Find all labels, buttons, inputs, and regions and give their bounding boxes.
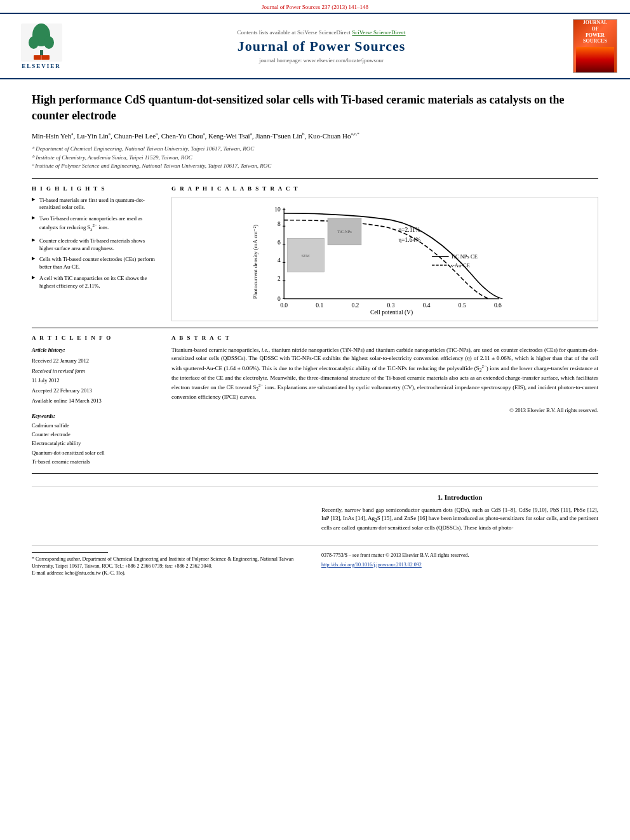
svg-text:0.2: 0.2	[351, 302, 359, 309]
affiliations: ᵃ Department of Chemical Engineering, Na…	[32, 145, 598, 171]
svg-text:TiC NPs CE: TiC NPs CE	[451, 253, 478, 260]
history-received: Received 22 January 2012	[32, 357, 159, 366]
article-info-label: A R T I C L E I N F O	[32, 335, 159, 341]
abstract-column: A B S T R A C T Titanium-based ceramic n…	[171, 335, 598, 467]
svg-text:0.6: 0.6	[494, 302, 502, 309]
highlights-column: H I G H L I G H T S Ti-based materials a…	[32, 185, 159, 321]
svg-rect-5	[34, 55, 50, 60]
affiliation-a: ᵃ Department of Chemical Engineering, Na…	[32, 145, 598, 154]
svg-text:8: 8	[278, 221, 281, 227]
footer-issn: 0378-7753/$ – see front matter © 2013 El…	[321, 552, 598, 558]
history-accepted: Accepted 22 February 2013	[32, 387, 159, 396]
svg-text:0.3: 0.3	[387, 302, 395, 309]
history-revised-date: 11 July 2012	[32, 377, 159, 385]
highlight-item: Cells with Ti-based counter electrodes (…	[32, 256, 159, 271]
divider-1	[32, 178, 598, 179]
svg-text:0: 0	[278, 295, 281, 302]
footer-area: * Corresponding author. Department of Ch…	[32, 545, 598, 577]
article-title: High performance CdS quantum-dot-sensiti…	[32, 92, 598, 124]
keywords-section: Keywords: Cadmium sulfide Counter electr…	[32, 411, 159, 467]
highlights-list: Ti-based materials are first used in qua…	[32, 197, 159, 290]
affiliation-b: ᵇ Institute of Chemistry, Academia Sinic…	[32, 154, 598, 163]
svg-text:η=2.11%: η=2.11%	[398, 226, 420, 232]
history-available: Available online 14 March 2013	[32, 397, 159, 406]
abstract-text: Titanium-based ceramic nanoparticles, i.…	[171, 346, 598, 402]
journal-citation: Journal of Power Sources 237 (2013) 141–…	[262, 4, 368, 10]
svg-text:6: 6	[278, 239, 281, 245]
graphical-abstract-column: G R A P H I C A L A B S T R A C T 0 2 4 …	[171, 185, 598, 321]
journal-title: Journal of Power Sources	[70, 38, 573, 55]
svg-point-4	[44, 36, 54, 49]
svg-text:Cell potential (V): Cell potential (V)	[370, 309, 413, 315]
email-note: E-mail address: kcho@ntu.edu.tw (K.-C. H…	[32, 570, 309, 577]
abstract-label: A B S T R A C T	[171, 335, 598, 341]
intro-columns: 1. Introduction Recently, narrow band ga…	[32, 493, 598, 533]
jv-curve-chart: 0 2 4 6 8 10 0.0 0.1 0.2 0.3	[176, 201, 594, 316]
main-content: High performance CdS quantum-dot-sensiti…	[0, 79, 630, 583]
graphical-abstract-container: 0 2 4 6 8 10 0.0 0.1 0.2 0.3	[171, 197, 598, 321]
journal-header: ELSEVIER Contents lists available at Sci…	[0, 14, 630, 79]
keyword-qdssc: Quantum-dot-sensitized solar cell	[32, 448, 159, 457]
svg-text:SEM: SEM	[302, 253, 310, 257]
svg-text:TiC-NPs: TiC-NPs	[337, 229, 352, 233]
intro-title: 1. Introduction	[321, 493, 598, 501]
svg-text:Photocurrent density (mA cm⁻²): Photocurrent density (mA cm⁻²)	[252, 224, 258, 298]
svg-text:4: 4	[278, 257, 281, 263]
article-info-abstract-row: A R T I C L E I N F O Article history: R…	[32, 335, 598, 467]
svg-point-3	[29, 36, 39, 49]
svg-text:0.5: 0.5	[459, 302, 466, 309]
affiliation-c: ᶜ Institute of Polymer Science and Engin…	[32, 162, 598, 171]
highlight-item: Counter electrode with Ti-based material…	[32, 237, 159, 253]
highlights-label: H I G H L I G H T S	[32, 185, 159, 192]
history-revised-label: Received in revised form	[32, 367, 159, 376]
divider-2	[32, 328, 598, 328]
elsevier-tree-icon	[21, 23, 62, 62]
article-history: Article history: Received 22 January 201…	[32, 346, 159, 406]
copyright-line: © 2013 Elsevier B.V. All rights reserved…	[171, 407, 598, 413]
journal-homepage: journal homepage: www.elsevier.com/locat…	[70, 57, 573, 63]
introduction-section: 1. Introduction Recently, narrow band ga…	[32, 486, 598, 533]
history-label: Article history:	[32, 346, 159, 355]
divider-3	[32, 473, 598, 474]
keyword-counter: Counter electrode	[32, 430, 159, 439]
graphical-abstract-label: G R A P H I C A L A B S T R A C T	[171, 185, 598, 192]
highlights-graphical-row: H I G H L I G H T S Ti-based materials a…	[32, 185, 598, 321]
svg-text:0.1: 0.1	[316, 302, 323, 309]
article-info-column: A R T I C L E I N F O Article history: R…	[32, 335, 159, 467]
highlight-item: Two Ti-based ceramic nanoparticles are u…	[32, 215, 159, 233]
footer-doi: http://dx.doi.org/10.1016/j.jpowsour.201…	[321, 562, 598, 568]
corresponding-note: * Corresponding author. Department of Ch…	[32, 556, 309, 570]
highlight-item: Ti-based materials are first used in qua…	[32, 197, 159, 212]
elsevier-label: ELSEVIER	[22, 63, 61, 69]
svg-text:0.4: 0.4	[423, 302, 431, 309]
intro-left-col	[32, 493, 309, 533]
journal-citation-bar: Journal of Power Sources 237 (2013) 141–…	[0, 0, 630, 14]
svg-text:0.0: 0.0	[280, 302, 288, 309]
svg-text:s-Au-CE: s-Au-CE	[451, 262, 470, 268]
journal-header-center: Contents lists available at SciVerse Sci…	[70, 29, 573, 63]
intro-text: Recently, narrow band gap semiconductor …	[321, 506, 598, 533]
footer-left: * Corresponding author. Department of Ch…	[32, 552, 309, 577]
keywords-label: Keywords:	[32, 413, 55, 419]
svg-text:η=1.64%: η=1.64%	[398, 236, 420, 243]
elsevier-logo: ELSEVIER	[13, 23, 70, 69]
svg-text:2: 2	[278, 275, 281, 281]
keyword-electro: Electrocatalytic ability	[32, 439, 159, 448]
footer-right: 0378-7753/$ – see front matter © 2013 El…	[321, 552, 598, 577]
sciverse-line: Contents lists available at SciVerse Sci…	[70, 29, 573, 36]
journal-cover-image: JOURNALOFPOWERSOURCES	[573, 19, 617, 73]
keyword-cadmium: Cadmium sulfide	[32, 421, 159, 430]
svg-text:10: 10	[274, 206, 281, 212]
authors-line: Min-Hsin Yeha, Lu-Yin Lina, Chuan-Pei Le…	[32, 131, 598, 140]
intro-right-col: 1. Introduction Recently, narrow band ga…	[321, 493, 598, 533]
highlight-item: A cell with TiC nanoparticles on its CE …	[32, 275, 159, 290]
keyword-ti: Ti-based ceramic materials	[32, 457, 159, 466]
